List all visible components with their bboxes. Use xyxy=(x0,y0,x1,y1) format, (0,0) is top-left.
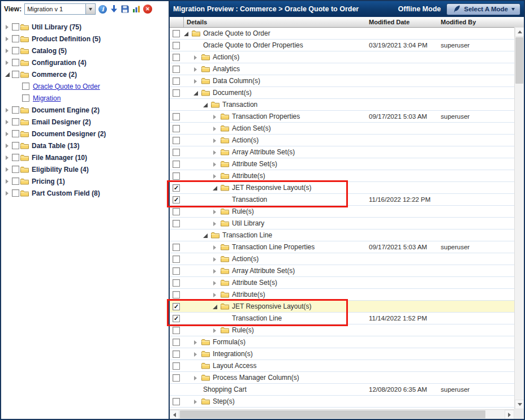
expand-icon[interactable] xyxy=(212,220,218,227)
checkbox-checked[interactable]: ✓ xyxy=(173,315,180,322)
expand-icon[interactable] xyxy=(212,209,218,215)
row-attribute-s[interactable]: Attribute(s) xyxy=(170,170,514,182)
sidebar-link-label[interactable]: Migration xyxy=(33,94,61,102)
checkbox-checked[interactable]: ✓ xyxy=(173,196,180,203)
expand-icon[interactable] xyxy=(193,351,199,357)
expand-icon[interactable] xyxy=(193,66,199,72)
expand-icon[interactable] xyxy=(5,142,11,149)
row-jet-responsive-layout-s[interactable]: ✓JET Responsive Layout(s) xyxy=(170,182,514,194)
scroll-up-button[interactable] xyxy=(515,27,524,37)
row-jet-responsive-layout-s[interactable]: ✓JET Responsive Layout(s) xyxy=(170,301,514,313)
checkbox[interactable] xyxy=(173,339,180,346)
sidebar-item-product-definition-5[interactable]: Product Definition (5) xyxy=(1,33,169,45)
expand-icon[interactable] xyxy=(193,54,199,60)
expand-icon[interactable] xyxy=(5,166,11,172)
dropdown-arrow-icon[interactable] xyxy=(85,4,95,14)
checkbox[interactable] xyxy=(173,279,180,287)
collapse-icon[interactable] xyxy=(5,71,11,77)
scroll-right-button[interactable] xyxy=(505,410,514,419)
sidebar-item-document-designer-2[interactable]: Document Designer (2) xyxy=(1,128,169,140)
expand-icon[interactable] xyxy=(193,375,199,381)
checkbox[interactable] xyxy=(173,137,180,144)
checkbox[interactable] xyxy=(12,59,19,66)
checkbox[interactable] xyxy=(173,374,180,382)
expand-icon[interactable] xyxy=(5,47,11,54)
expand-icon[interactable] xyxy=(5,24,11,30)
collapse-icon[interactable] xyxy=(193,90,199,96)
checkbox[interactable] xyxy=(12,189,19,197)
row-layout-access[interactable]: Layout Access xyxy=(170,360,514,372)
expand-icon[interactable] xyxy=(212,244,218,250)
checkbox[interactable] xyxy=(12,35,19,42)
checkbox[interactable] xyxy=(173,161,180,168)
collapse-icon[interactable] xyxy=(203,232,209,239)
row-action-s[interactable]: Action(s) xyxy=(170,253,514,265)
expand-icon[interactable] xyxy=(5,154,11,161)
sidebar-item-oracle-quote-to-order[interactable]: Oracle Quote to Order xyxy=(1,80,169,92)
sidebar-item-part-custom-field-8[interactable]: Part Custom Field (8) xyxy=(1,187,169,199)
row-action-s[interactable]: Action(s) xyxy=(170,135,514,146)
row-document-s[interactable]: Document(s) xyxy=(170,87,514,99)
report-icon[interactable] xyxy=(132,5,141,14)
expand-icon[interactable] xyxy=(212,256,218,262)
row-formula-s[interactable]: Formula(s) xyxy=(170,336,514,348)
checkbox-checked[interactable]: ✓ xyxy=(173,184,180,192)
row-attribute-set-s[interactable]: Attribute Set(s) xyxy=(170,158,514,170)
scroll-left-button[interactable] xyxy=(170,410,179,419)
row-attribute-set-s[interactable]: Attribute Set(s) xyxy=(170,277,514,289)
row-step-s[interactable]: Step(s) xyxy=(170,396,514,408)
horizontal-scroll-thumb[interactable] xyxy=(180,410,485,418)
expand-icon[interactable] xyxy=(212,327,218,334)
expand-icon[interactable] xyxy=(5,178,11,184)
info-icon[interactable]: i xyxy=(98,5,107,14)
checkbox[interactable] xyxy=(173,327,180,334)
checkbox[interactable] xyxy=(22,94,29,102)
checkbox[interactable] xyxy=(173,125,180,132)
expand-icon[interactable] xyxy=(5,107,11,113)
expand-icon[interactable] xyxy=(193,339,199,345)
sidebar-item-document-engine-2[interactable]: Document Engine (2) xyxy=(1,104,169,116)
checkbox[interactable] xyxy=(173,89,180,97)
checkbox[interactable] xyxy=(173,172,180,180)
checkbox[interactable] xyxy=(173,42,180,49)
row-transaction-properties[interactable]: Transaction Properties09/17/2021 5:03 AM… xyxy=(170,111,514,123)
expand-icon[interactable] xyxy=(212,268,218,274)
view-select[interactable]: Migration v 1 xyxy=(24,3,96,15)
sidebar-item-migration[interactable]: Migration xyxy=(1,92,169,104)
expand-icon[interactable] xyxy=(212,125,218,132)
checkbox[interactable] xyxy=(173,267,180,275)
expand-icon[interactable] xyxy=(212,149,218,155)
row-analytics[interactable]: Analytics xyxy=(170,63,514,75)
row-transaction-line[interactable]: ✓Transaction Line11/14/2022 1:52 PM xyxy=(170,313,514,324)
expand-icon[interactable] xyxy=(5,190,11,196)
checkbox[interactable] xyxy=(173,77,180,85)
row-oracle-quote-to-order-properties[interactable]: Oracle Quote to Order Properties03/19/20… xyxy=(170,40,514,51)
expand-icon[interactable] xyxy=(212,292,218,298)
checkbox[interactable] xyxy=(173,291,180,298)
expand-icon[interactable] xyxy=(212,161,218,167)
checkbox[interactable] xyxy=(12,166,19,173)
checkbox[interactable] xyxy=(173,256,180,263)
sidebar-link-label[interactable]: Oracle Quote to Order xyxy=(33,83,100,90)
sidebar-item-email-designer-2[interactable]: Email Designer (2) xyxy=(1,116,169,128)
expand-icon[interactable] xyxy=(212,114,218,120)
collapse-icon[interactable] xyxy=(183,31,190,37)
sidebar-item-data-table-13[interactable]: Data Table (13) xyxy=(1,140,169,151)
sidebar-item-eligibility-rule-4[interactable]: Eligibility Rule (4) xyxy=(1,163,169,175)
horizontal-scrollbar[interactable] xyxy=(170,409,514,419)
import-icon[interactable] xyxy=(109,5,118,14)
checkbox[interactable] xyxy=(173,30,180,37)
expand-icon[interactable] xyxy=(193,78,199,84)
checkbox[interactable] xyxy=(12,130,19,137)
checkbox[interactable] xyxy=(12,106,19,114)
expand-icon[interactable] xyxy=(212,137,218,144)
row-process-manager-column-s[interactable]: Process Manager Column(s) xyxy=(170,372,514,384)
checkbox[interactable] xyxy=(12,47,19,54)
row-array-attribute-set-s[interactable]: Array Attribute Set(s) xyxy=(170,265,514,277)
save-icon[interactable] xyxy=(121,5,130,14)
expand-icon[interactable] xyxy=(212,173,218,179)
row-transaction[interactable]: Transaction xyxy=(170,99,514,111)
checkbox[interactable] xyxy=(12,23,19,31)
sidebar-item-file-manager-10[interactable]: File Manager (10) xyxy=(1,151,169,163)
checkbox[interactable] xyxy=(12,142,19,149)
